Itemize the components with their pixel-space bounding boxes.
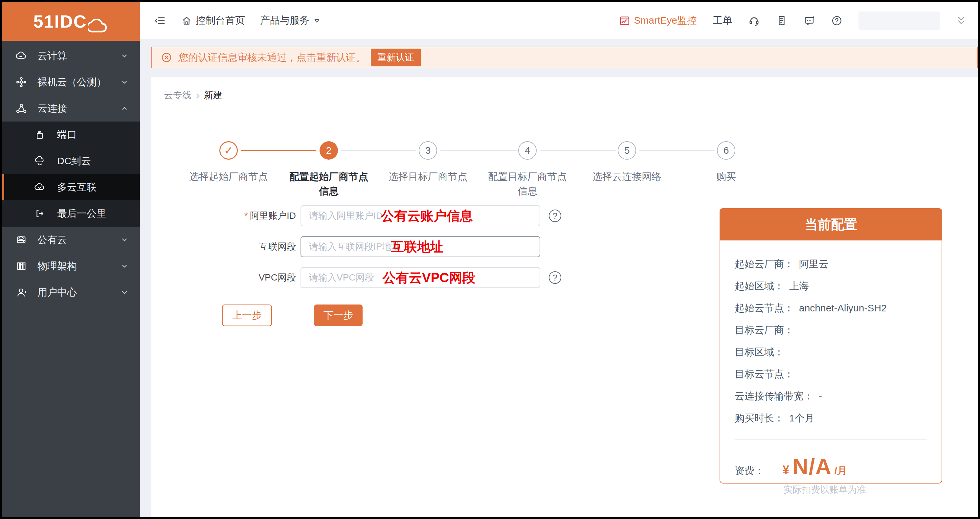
- divider: [735, 439, 927, 439]
- price-unit: /月: [835, 464, 847, 478]
- input-wrapper: 互联地址: [301, 236, 540, 257]
- sidebar-item-dc-to-cloud[interactable]: DC到云: [2, 148, 140, 174]
- home-icon: [181, 16, 192, 26]
- user-icon: [15, 286, 28, 299]
- chevron-down-icon: [120, 52, 129, 60]
- sidebar-item-label: 多云互联: [57, 181, 97, 194]
- sidebar: 51IDC 云计算 裸机云（公测）: [2, 2, 140, 517]
- sidebar-item-port[interactable]: 端口: [2, 121, 140, 148]
- cloud-compute-icon: [15, 49, 28, 62]
- help-circle-icon[interactable]: [831, 15, 843, 27]
- sidebar-item-bare-metal-cloud[interactable]: 裸机云（公测）: [2, 69, 140, 95]
- chevron-down-icon: [120, 262, 129, 270]
- products-services-menu[interactable]: 产品与服务: [260, 14, 321, 27]
- recertify-button[interactable]: 重新认证: [371, 49, 421, 66]
- currency-symbol: ¥: [783, 463, 789, 477]
- user-account-redacted[interactable]: [859, 11, 940, 30]
- previous-step-button[interactable]: 上一步: [222, 304, 272, 326]
- vpc-segment-input[interactable]: [301, 267, 540, 288]
- chevron-down-icon: [120, 236, 129, 244]
- topbar-right: SmartEye监控 工单: [619, 11, 967, 30]
- main-area: 控制台首页 产品与服务 SmartEye监控 工单: [140, 2, 978, 517]
- sidebar-item-label: 云连接: [37, 102, 67, 115]
- cloud-sync-icon: [33, 155, 46, 167]
- wizard-step-5: 5 选择云连接网络: [584, 141, 670, 184]
- input-wrapper: 公有云账户信息: [301, 205, 540, 226]
- summary-row: 云连接传输带宽：-: [735, 390, 927, 403]
- certification-warning-banner: 您的认证信息审核未通过，点击重新认证。 重新认证: [151, 47, 978, 68]
- sidebar-item-label: 最后一公里: [57, 207, 107, 220]
- wizard-step-1: ✓ 选择起始厂商节点: [186, 141, 271, 184]
- console-home-label: 控制台首页: [196, 14, 245, 27]
- sidebar-item-multi-cloud[interactable]: 多云互联: [2, 174, 140, 201]
- error-circle-icon: [161, 52, 172, 64]
- ticket-label: 工单: [713, 14, 732, 27]
- content-card: 云专线 › 新建 ✓ 选择起始厂商节点 2 配置起始厂商节点信息: [151, 77, 978, 517]
- sidebar-item-cloud-connect[interactable]: 云连接: [2, 95, 140, 121]
- bare-metal-nodes-icon: [15, 76, 28, 88]
- wizard-step-3: 3 选择目标厂商节点: [385, 141, 471, 184]
- panel-body: 起始云厂商：阿里云 起始区域：上海 起始云节点：anchnet-Aliyun-S…: [720, 240, 942, 496]
- ticket-link[interactable]: 工单: [713, 14, 732, 27]
- next-step-button[interactable]: 下一步: [314, 304, 363, 326]
- sidebar-item-last-mile[interactable]: 最后一公里: [2, 201, 140, 227]
- sidebar-item-user-center[interactable]: 用户中心: [2, 279, 140, 306]
- app-window: 51IDC 云计算 裸机云（公测）: [0, 0, 980, 519]
- double-chevron-down-icon[interactable]: [956, 15, 967, 26]
- sidebar-item-label: 物理架构: [37, 260, 77, 273]
- cloud-logo-icon: [88, 19, 109, 33]
- monitor-chart-icon: [619, 15, 630, 27]
- products-services-label: 产品与服务: [260, 14, 309, 27]
- summary-row: 起始云厂商：阿里云: [735, 258, 927, 271]
- sidebar-item-label: 端口: [57, 128, 77, 142]
- panel-title: 当前配置: [719, 208, 942, 240]
- step-check-icon: ✓: [220, 141, 238, 160]
- support-headset-icon[interactable]: [748, 15, 760, 27]
- step-number: 2: [320, 141, 338, 160]
- chevron-down-icon: [120, 78, 129, 86]
- sidebar-item-cloud-compute[interactable]: 云计算: [2, 43, 140, 69]
- collapse-sidebar-icon[interactable]: [154, 15, 166, 27]
- port-icon: [33, 129, 46, 141]
- logo[interactable]: 51IDC: [2, 2, 140, 41]
- console-home-link[interactable]: 控制台首页: [181, 14, 245, 27]
- summary-row: 目标区域：: [735, 345, 927, 359]
- summary-row: 起始云节点：anchnet-Aliyun-SH2: [735, 302, 927, 315]
- triangle-down-icon: [313, 17, 321, 24]
- warning-message: 您的认证信息审核未通过，点击重新认证。: [178, 51, 366, 64]
- price-row: 资费： ¥ N/A /月: [735, 454, 927, 479]
- summary-row: 目标云厂商：: [735, 323, 927, 337]
- ali-account-id-input[interactable]: [301, 205, 540, 226]
- help-icon[interactable]: ?: [549, 271, 561, 284]
- sidebar-item-label: 用户中心: [37, 286, 77, 299]
- step-label: 选择云连接网络: [584, 169, 670, 184]
- sidebar-item-physical-architecture[interactable]: 物理架构: [2, 253, 140, 279]
- billing-note: 实际扣费以账单为准: [783, 484, 927, 496]
- wizard-step-2: 2 配置起始厂商节点信息: [286, 141, 371, 198]
- server-racks-icon: [15, 260, 28, 272]
- field-label: *阿里账户ID: [151, 210, 296, 222]
- summary-row: 起始区域：上海: [735, 280, 927, 293]
- summary-row: 目标云节点：: [735, 368, 927, 381]
- help-icon[interactable]: ?: [549, 210, 561, 222]
- chevron-up-icon: [120, 104, 129, 113]
- step-label: 购买: [683, 169, 769, 184]
- sidebar-item-label: 公有云: [37, 233, 67, 247]
- sidebar-item-public-cloud[interactable]: 公有云: [2, 227, 140, 253]
- step-wizard: ✓ 选择起始厂商节点 2 配置起始厂商节点信息 3 选择目标厂商节点 4 配置目…: [151, 141, 978, 202]
- billing-receipt-icon[interactable]: [776, 15, 788, 27]
- interconnect-segment-input[interactable]: [301, 236, 540, 257]
- logo-wrap: 51IDC: [33, 11, 108, 32]
- breadcrumb-current: 新建: [204, 89, 222, 102]
- step-label: 配置目标厂商节点信息: [485, 169, 570, 198]
- step-label: 选择起始厂商节点: [186, 169, 271, 184]
- logo-text: 51IDC: [33, 11, 87, 32]
- breadcrumb-parent[interactable]: 云专线: [164, 89, 191, 102]
- field-label: VPC网段: [151, 271, 296, 284]
- last-mile-arrow-icon: [33, 207, 46, 220]
- step-number: 5: [618, 141, 636, 160]
- summary-row: 购买时长：1个月: [735, 412, 927, 425]
- messages-icon[interactable]: [803, 15, 815, 27]
- smarteye-monitor-link[interactable]: SmartEye监控: [619, 14, 697, 27]
- sidebar-item-label: DC到云: [57, 154, 91, 168]
